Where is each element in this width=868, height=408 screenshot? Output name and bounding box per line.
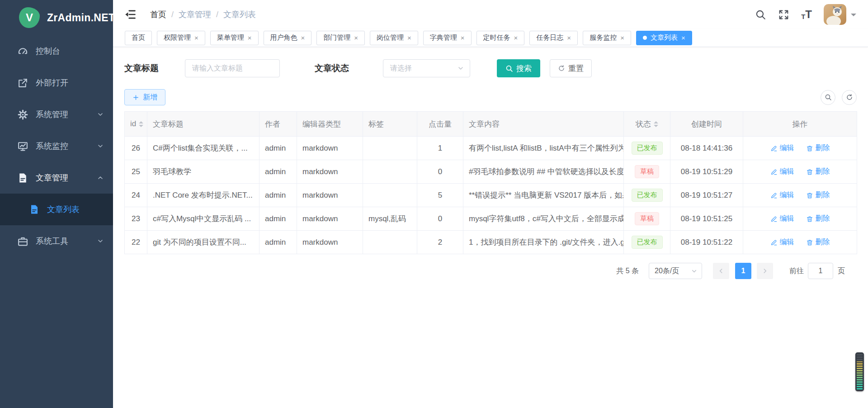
fullscreen-icon[interactable] — [778, 9, 789, 20]
active-tab-dot-icon — [643, 36, 647, 40]
user-avatar[interactable] — [824, 4, 846, 25]
tab-close-icon[interactable]: × — [620, 34, 624, 41]
tab-permission-mgmt[interactable]: 权限管理× — [157, 31, 205, 45]
sidebar-item-dashboard[interactable]: 控制台 — [0, 35, 113, 67]
breadcrumb-separator: / — [216, 10, 218, 19]
edit-icon — [770, 215, 778, 223]
delete-button[interactable]: 删除 — [806, 214, 830, 223]
cell-actions: 编辑 删除 — [743, 207, 857, 231]
edit-button[interactable]: 编辑 — [770, 190, 794, 200]
delete-label: 删除 — [816, 237, 830, 247]
sidebar-item-system-mgmt[interactable]: 系统管理 — [0, 99, 113, 130]
page-unit-label: 页 — [838, 266, 845, 276]
cell-id: 22 — [125, 231, 147, 254]
font-size-large-t: T — [805, 9, 812, 20]
tab-close-icon[interactable]: × — [301, 34, 305, 41]
edit-label: 编辑 — [780, 143, 794, 153]
tab-dict-mgmt[interactable]: 字典管理× — [423, 31, 472, 45]
tab-close-icon[interactable]: × — [461, 34, 465, 41]
article-title-input[interactable] — [185, 59, 280, 77]
font-size-small-t: T — [801, 13, 805, 20]
tab-home[interactable]: 首页 — [125, 31, 152, 45]
chevron-down-icon — [691, 268, 698, 275]
logo[interactable]: V ZrAdmin.NET — [0, 0, 113, 35]
tab-article-list[interactable]: 文章列表× — [636, 31, 692, 45]
tab-close-icon[interactable]: × — [248, 34, 252, 41]
sort-icon[interactable] — [654, 121, 658, 127]
refresh-table-button[interactable] — [842, 90, 857, 105]
sort-icon[interactable] — [139, 121, 143, 127]
cell-content: mysql字符集utf8，c#写入中文后，全部显示成? ... — [463, 207, 624, 231]
tab-label: 部门管理 — [323, 33, 350, 42]
cell-author: admin — [259, 207, 297, 231]
chevron-down-icon — [97, 142, 104, 150]
trash-icon — [806, 239, 813, 246]
page-number-button[interactable]: 1 — [735, 263, 751, 279]
reset-button[interactable]: 重置 — [550, 59, 592, 77]
search-icon — [825, 94, 832, 101]
tab-scheduled-task[interactable]: 定时任务× — [476, 31, 525, 45]
breadcrumb-home[interactable]: 首页 — [150, 9, 166, 20]
article-status-select[interactable]: 请选择 — [383, 59, 470, 77]
column-header-status[interactable]: 状态 — [624, 112, 670, 137]
column-label: 作者 — [265, 119, 280, 129]
avatar-dropdown-caret-icon[interactable] — [851, 14, 856, 19]
cell-actions: 编辑 删除 — [743, 184, 857, 207]
add-button[interactable]: 新增 — [124, 89, 165, 105]
next-page-button[interactable] — [757, 263, 773, 279]
goto-page-input[interactable] — [808, 263, 833, 279]
prev-page-button[interactable] — [713, 263, 729, 279]
edit-icon — [770, 239, 778, 246]
delete-button[interactable]: 删除 — [806, 167, 830, 176]
search-icon[interactable] — [755, 9, 766, 20]
cell-created: 08-19 10:51:27 — [670, 184, 743, 207]
sidebar-item-article-list[interactable]: 文章列表 — [0, 194, 113, 225]
cell-actions: 编辑 删除 — [743, 137, 857, 160]
delete-button[interactable]: 删除 — [806, 143, 830, 153]
tab-user-role[interactable]: 用户角色× — [264, 31, 312, 45]
tab-close-icon[interactable]: × — [681, 34, 685, 41]
delete-button[interactable]: 删除 — [806, 190, 830, 200]
cell-author: admin — [259, 137, 297, 160]
article-title-label: 文章标题 — [124, 62, 159, 74]
edit-button[interactable]: 编辑 — [770, 237, 794, 247]
monitor-icon — [17, 141, 28, 152]
show-search-button[interactable] — [821, 90, 835, 105]
sidebar-item-system-monitor[interactable]: 系统监控 — [0, 130, 113, 162]
search-button-label: 搜索 — [516, 63, 532, 74]
tab-menu-mgmt[interactable]: 菜单管理× — [210, 31, 259, 45]
tab-label: 岗位管理 — [377, 33, 404, 42]
avatar-cat-image — [824, 4, 846, 25]
sidebar-item-system-tools[interactable]: 系统工具 — [0, 225, 113, 257]
tab-service-monitor[interactable]: 服务监控× — [583, 31, 631, 45]
edit-button[interactable]: 编辑 — [770, 143, 794, 153]
sidebar-fold-icon[interactable] — [124, 8, 137, 21]
trash-icon — [806, 215, 813, 223]
tab-post-mgmt[interactable]: 岗位管理× — [370, 31, 418, 45]
sidebar-item-article-mgmt[interactable]: 文章管理 — [0, 162, 113, 194]
plus-icon — [132, 94, 139, 101]
app-root: V ZrAdmin.NET 控制台 外部打开 系统管理 系统监控 — [0, 0, 868, 408]
column-label: 状态 — [636, 119, 651, 129]
tab-label: 字典管理 — [430, 33, 457, 42]
cell-created: 08-19 10:51:22 — [670, 231, 743, 254]
cell-status: 草稿 — [624, 207, 670, 231]
tab-close-icon[interactable]: × — [407, 34, 411, 41]
cell-author: admin — [259, 231, 297, 254]
select-placeholder: 请选择 — [390, 64, 412, 73]
tab-close-icon[interactable]: × — [194, 34, 198, 41]
edit-button[interactable]: 编辑 — [770, 214, 794, 223]
tab-close-icon[interactable]: × — [514, 34, 518, 41]
tab-dept-mgmt[interactable]: 部门管理× — [316, 31, 365, 45]
search-button[interactable]: 搜索 — [497, 59, 540, 77]
sidebar-item-external-open[interactable]: 外部打开 — [0, 67, 113, 99]
tab-close-icon[interactable]: × — [354, 34, 358, 41]
delete-button[interactable]: 删除 — [806, 237, 830, 247]
page-size-select[interactable]: 20条/页 — [649, 263, 702, 279]
font-size-icon[interactable]: TT — [801, 9, 812, 20]
tab-task-log[interactable]: 任务日志× — [529, 31, 578, 45]
edit-button[interactable]: 编辑 — [770, 167, 794, 176]
column-header-id[interactable]: id — [125, 112, 147, 137]
tab-close-icon[interactable]: × — [567, 34, 571, 41]
column-label: 文章标题 — [153, 119, 184, 129]
